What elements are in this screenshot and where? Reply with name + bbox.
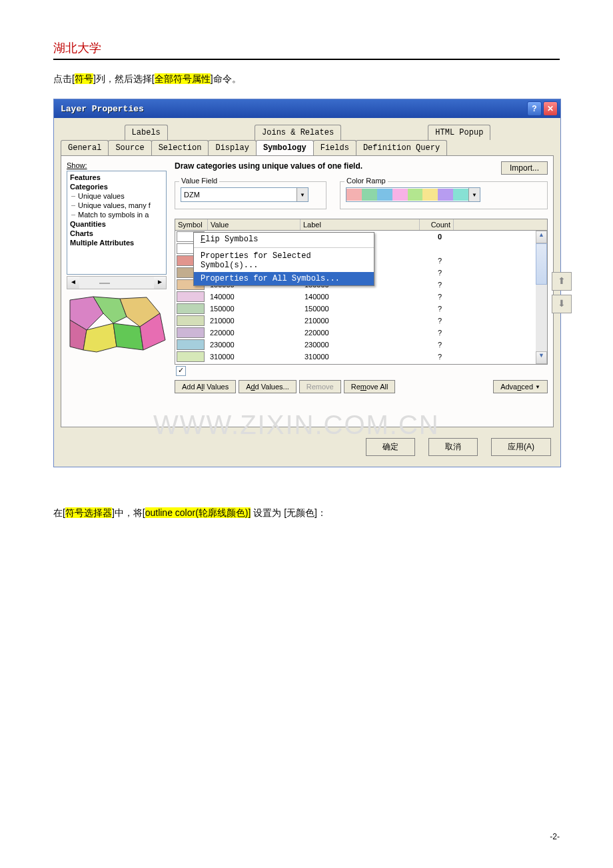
scroll-down-icon[interactable]: ▼ bbox=[536, 351, 547, 364]
value-field-combo[interactable]: DZM ▼ bbox=[181, 187, 308, 202]
ctx-flip-symbols[interactable]: Flip Symbols bbox=[194, 233, 374, 246]
tab-labels[interactable]: Labels bbox=[125, 125, 168, 140]
tab-display[interactable]: Display bbox=[208, 140, 256, 155]
ctx-properties-all[interactable]: Properties for All Symbols... bbox=[194, 272, 374, 285]
tab-definition-query[interactable]: Definition Query bbox=[356, 140, 447, 155]
instruction-2: 在[符号选择器]中，将[outline color(轮廓线颜色)] 设置为 [无… bbox=[53, 507, 560, 519]
advanced-button[interactable]: Advanced▼ bbox=[493, 380, 548, 393]
symbology-tree[interactable]: FeaturesCategoriesUnique valuesUnique va… bbox=[67, 171, 167, 275]
value-field-legend: Value Field bbox=[179, 177, 219, 185]
tree-item[interactable]: Features bbox=[67, 173, 166, 182]
tree-item[interactable]: Multiple Attributes bbox=[67, 238, 166, 247]
value-field-group: Value Field DZM ▼ bbox=[175, 181, 326, 209]
remove-all-button[interactable]: Remove All bbox=[344, 380, 396, 393]
tab-symbology[interactable]: Symbology bbox=[256, 140, 314, 155]
table-row[interactable]: 220000220000? bbox=[175, 327, 547, 339]
tree-item[interactable]: Categories bbox=[67, 182, 166, 191]
show-label: Show: bbox=[67, 161, 167, 169]
move-down-button[interactable]: ⬇ bbox=[552, 295, 572, 313]
tree-item[interactable]: Unique values, many f bbox=[67, 201, 166, 210]
ctx-properties-selected[interactable]: Properties for Selected Symbol(s)... bbox=[194, 249, 374, 272]
tab-selection[interactable]: Selection bbox=[151, 140, 209, 155]
tree-item[interactable]: Quantities bbox=[67, 219, 166, 229]
table-row[interactable]: 210000210000? bbox=[175, 315, 547, 327]
instruction-1: 点击[符号]列，然后选择[全部符号属性]命令。 bbox=[53, 73, 560, 85]
scroll-right-icon[interactable]: ► bbox=[154, 277, 166, 289]
tree-item[interactable]: Charts bbox=[67, 229, 166, 238]
ok-button[interactable]: 确定 bbox=[366, 438, 415, 456]
import-button[interactable]: Import... bbox=[501, 161, 548, 175]
doc-header: 湖北大学 bbox=[53, 40, 560, 60]
color-ramp-combo[interactable]: ▼ bbox=[346, 187, 480, 202]
chevron-down-icon[interactable]: ▼ bbox=[297, 188, 308, 201]
tab-general[interactable]: General bbox=[61, 140, 109, 155]
tree-item[interactable]: Unique values bbox=[67, 191, 166, 201]
tab-source[interactable]: Source bbox=[108, 140, 151, 155]
close-icon[interactable]: ✕ bbox=[543, 101, 558, 116]
symbology-preview bbox=[67, 293, 167, 353]
tab-joins-relates[interactable]: Joins & Relates bbox=[255, 125, 341, 140]
cancel-button[interactable]: 取消 bbox=[428, 438, 478, 456]
tab-fields[interactable]: Fields bbox=[313, 140, 356, 155]
table-row[interactable]: 310000310000? bbox=[175, 351, 547, 363]
all-other-checkbox[interactable]: ✓ bbox=[176, 366, 186, 376]
draw-categories-label: Draw categories using unique values of o… bbox=[175, 161, 501, 171]
page-number: -2- bbox=[550, 832, 560, 841]
color-ramp-group: Color Ramp ▼ bbox=[340, 181, 548, 209]
table-row[interactable]: 230000230000? bbox=[175, 339, 547, 351]
titlebar[interactable]: Layer Properties ? ✕ bbox=[54, 99, 560, 118]
symbol-context-menu[interactable]: Flip Symbols Properties for Selected Sym… bbox=[193, 232, 374, 286]
scroll-left-icon[interactable]: ◄ bbox=[67, 277, 79, 289]
table-row[interactable]: 150000150000? bbox=[175, 303, 547, 315]
watermark: WWW.ZIXIN.COM.CN bbox=[153, 410, 440, 440]
color-ramp-swatch bbox=[346, 189, 468, 201]
apply-button[interactable]: 应用(A) bbox=[491, 438, 551, 456]
table-row[interactable]: 140000140000? bbox=[175, 291, 547, 303]
dialog-title: Layer Properties bbox=[57, 104, 526, 114]
add-values-button[interactable]: Add Values... bbox=[239, 380, 297, 393]
chevron-down-icon[interactable]: ▼ bbox=[468, 188, 480, 201]
color-ramp-legend: Color Ramp bbox=[344, 177, 388, 185]
add-all-values-button[interactable]: Add All Values bbox=[175, 380, 236, 393]
help-icon[interactable]: ? bbox=[527, 101, 542, 116]
value-field-value: DZM bbox=[181, 191, 297, 199]
move-up-button[interactable]: ⬆ bbox=[552, 272, 572, 291]
tree-item[interactable]: Match to symbols in a bbox=[67, 210, 166, 219]
tab-html-popup[interactable]: HTML Popup bbox=[428, 125, 490, 140]
grid-scrollbar[interactable]: ▲ ▼ bbox=[536, 231, 547, 364]
scroll-up-icon[interactable]: ▲ bbox=[536, 231, 547, 243]
tree-scrollbar[interactable]: ◄ ► bbox=[67, 276, 167, 289]
remove-button[interactable]: Remove bbox=[299, 380, 341, 393]
grid-header: Symbol Value Label Count bbox=[175, 219, 547, 231]
